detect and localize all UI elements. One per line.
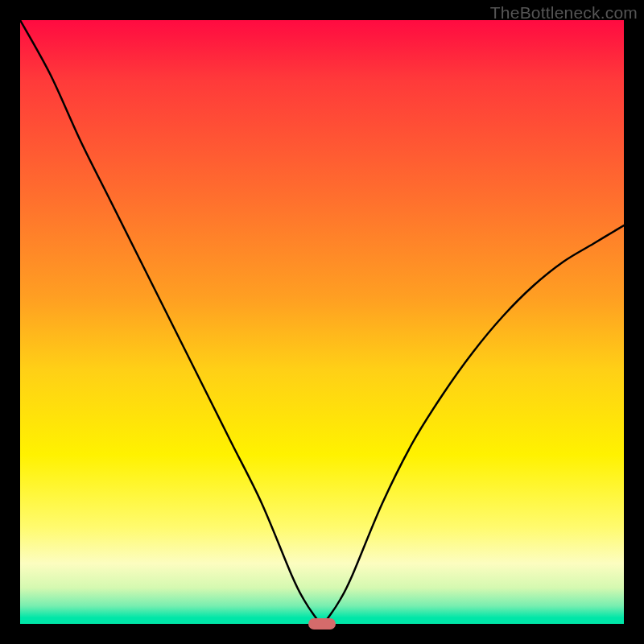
chart-frame: TheBottleneck.com — [0, 0, 644, 644]
watermark-text: TheBottleneck.com — [490, 3, 638, 23]
minimum-marker — [308, 618, 336, 630]
bottleneck-curve — [20, 20, 624, 624]
plot-area — [20, 20, 624, 624]
curve-layer — [20, 20, 624, 624]
